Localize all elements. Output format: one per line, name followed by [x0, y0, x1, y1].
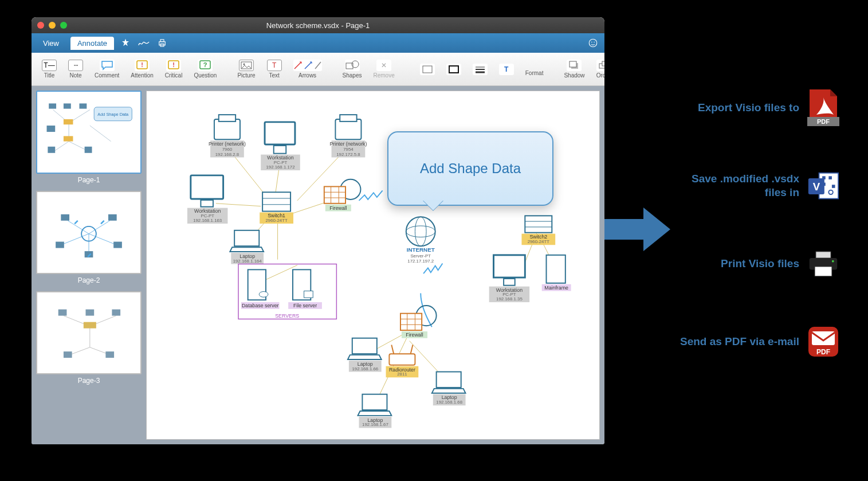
svg-text:File server: File server: [293, 303, 317, 308]
svg-rect-79: [265, 122, 295, 144]
svg-rect-46: [56, 242, 64, 248]
shapes-icon: [345, 60, 360, 71]
svg-text:192.168.1.163: 192.168.1.163: [193, 218, 222, 223]
node-laptop1: Laptop 192.168.1.164: [230, 230, 264, 264]
svg-rect-163: [437, 372, 461, 388]
svg-rect-56: [112, 310, 120, 316]
thumbnail-label-2: Page-2: [36, 274, 142, 284]
node-printer1: Printer (network) 7960 192.168.2.8: [209, 115, 246, 157]
svg-rect-44: [61, 214, 69, 221]
diagram-canvas[interactable]: Printer (network) 7960 192.168.2.8 Works…: [146, 91, 600, 440]
svg-rect-146: [400, 314, 422, 330]
svg-rect-97: [262, 192, 290, 211]
tab-annotate[interactable]: Annotate: [70, 37, 114, 50]
tool-fill[interactable]: [417, 62, 438, 76]
svg-text:192.168.1.68: 192.168.1.68: [436, 400, 462, 405]
svg-rect-121: [304, 291, 313, 298]
svg-rect-38: [47, 126, 56, 132]
svg-text:192.168.2.8: 192.168.2.8: [215, 152, 239, 157]
svg-text:Mainframe: Mainframe: [544, 285, 568, 291]
order-icon: [596, 60, 604, 71]
node-workstation1: Workstation PC-PT 192.168.1.172: [261, 122, 300, 170]
tool-text[interactable]: TText: [264, 58, 285, 80]
svg-rect-25: [569, 61, 576, 67]
tool-order[interactable]: Order: [593, 58, 604, 80]
fill-icon: [420, 64, 435, 75]
svg-rect-80: [274, 146, 286, 154]
svg-text:192.168.1.66: 192.168.1.66: [352, 366, 378, 371]
svg-rect-35: [64, 103, 71, 108]
tool-shapes[interactable]: Shapes: [339, 58, 366, 80]
svg-line-15: [305, 62, 312, 69]
svg-text:2960-24TT: 2960-24TT: [528, 239, 550, 244]
printer-icon: [807, 248, 839, 280]
svg-rect-183: [815, 267, 832, 276]
print-icon[interactable]: [155, 36, 169, 50]
svg-point-3: [589, 39, 597, 47]
border-icon: [446, 64, 461, 75]
svg-rect-86: [340, 115, 356, 122]
thumbnail-page-2[interactable]: [36, 191, 142, 274]
tool-border[interactable]: [443, 62, 465, 76]
tool-note[interactable]: ┄Note: [65, 58, 87, 80]
svg-text:PDF: PDF: [817, 118, 830, 125]
thumb-callout-text: Add Shape Data: [97, 112, 129, 117]
svg-rect-58: [64, 351, 72, 358]
window-title: Network scheme.vsdx - Page-1: [32, 21, 604, 30]
node-mainframe: Mainframe: [542, 255, 571, 291]
node-workstation2: Workstation PC-PT 192.168.1.163: [187, 175, 227, 224]
svg-text:Printer (network): Printer (network): [329, 141, 367, 147]
tool-comment[interactable]: Comment: [91, 58, 123, 80]
node-switch2: Switch2 2960-24TT: [521, 216, 555, 245]
email-pdf-icon: PDF: [807, 326, 839, 358]
tool-title[interactable]: T—Title: [38, 58, 60, 80]
tool-critical[interactable]: !Critical: [162, 58, 186, 80]
svg-rect-136: [493, 255, 525, 277]
tab-view[interactable]: View: [36, 37, 66, 50]
svg-rect-40: [48, 147, 55, 153]
svg-rect-74: [219, 115, 235, 122]
attention-icon: !: [135, 60, 150, 71]
tool-remove[interactable]: ✕Remove: [370, 58, 398, 80]
tool-picture[interactable]: Picture: [234, 58, 258, 80]
pdf-icon: PDF: [807, 92, 839, 124]
svg-rect-41: [85, 147, 92, 153]
svg-rect-1: [160, 40, 164, 42]
feature-print: Print Visio files: [679, 248, 839, 280]
svg-rect-130: [525, 216, 552, 232]
smiley-icon[interactable]: [586, 36, 600, 50]
svg-text:V: V: [813, 180, 820, 192]
tool-arrows[interactable]: Arrows: [290, 58, 325, 80]
thumbnail-page-3[interactable]: [36, 291, 142, 374]
svg-point-5: [594, 42, 595, 43]
svg-rect-167: [362, 394, 387, 410]
shape-data-callout[interactable]: Add Shape Data: [387, 131, 553, 206]
tool-lineweight[interactable]: [469, 62, 491, 76]
svg-text:192.172.5.8: 192.172.5.8: [336, 152, 360, 157]
tool-textcolor[interactable]: T: [496, 62, 517, 76]
thumbnail-label-3: Page-3: [36, 374, 142, 385]
tool-attention[interactable]: !Attention: [127, 58, 156, 80]
svg-rect-186: [812, 331, 835, 345]
svg-line-16: [315, 62, 321, 69]
svg-rect-181: [816, 252, 831, 258]
thumbnail-label-1: Page-1: [36, 174, 142, 184]
svg-rect-19: [423, 66, 432, 73]
thumbnail-page-1[interactable]: Add Shape Data: [36, 91, 142, 174]
svg-rect-39: [64, 136, 73, 141]
feature-list: Export Visio files to PDF Save .modified…: [679, 92, 839, 358]
comment-icon: [100, 60, 115, 71]
tool-question[interactable]: ?Question: [190, 58, 220, 80]
node-laptop3: Laptop 192.168.1.67: [358, 394, 392, 428]
tool-shadow[interactable]: Shadow: [560, 58, 588, 80]
svg-line-63: [216, 204, 261, 206]
svg-point-184: [832, 260, 834, 262]
signature-icon[interactable]: [137, 36, 151, 50]
svg-rect-104: [324, 186, 345, 203]
node-firewall1: Firewall: [324, 179, 361, 212]
titlebar: Network scheme.vsdx - Page-1: [32, 17, 604, 33]
arrows-icon: [293, 60, 322, 71]
pdf-tool-icon[interactable]: [119, 36, 132, 50]
feature-save: Save .modified .vsdx files in V: [679, 170, 839, 202]
node-fileserver: File server: [288, 269, 322, 309]
